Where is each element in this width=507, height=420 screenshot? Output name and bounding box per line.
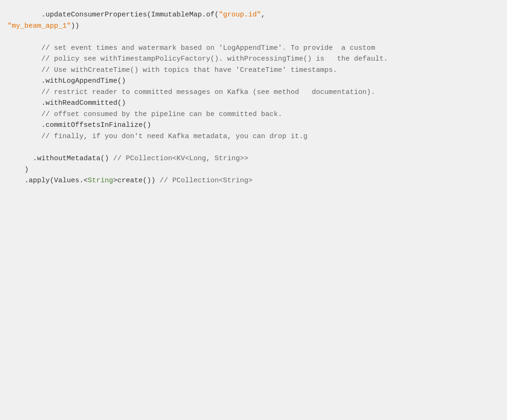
code-line-14: .withoutMetadata() // PCollection<KV<Lon… xyxy=(0,153,507,164)
comment-text-5: // offset consumed by the pipeline can b… xyxy=(8,110,282,118)
code-line-comment-4: // restrict reader to committed messages… xyxy=(0,87,507,98)
code-line-1: .updateConsumerProperties(ImmutableMap.o… xyxy=(0,9,507,21)
method-call: .updateConsumerProperties(ImmutableMap.o… xyxy=(41,11,219,19)
comment-text-4: // restrict reader to committed messages… xyxy=(8,88,375,96)
code-line-comment-6: // finally, if you don't need Kafka meta… xyxy=(0,131,507,142)
code-line-comment-1: // set event times and watermark based o… xyxy=(0,43,507,54)
code-indent-7 xyxy=(8,77,41,85)
code-line-empty-1 xyxy=(0,31,507,43)
code-line-2: "my_beam_app_1")) xyxy=(0,21,507,32)
code-line-comment-2: // policy see withTimestampPolicyFactory… xyxy=(0,54,507,65)
string-literal-group-id: "group.id" xyxy=(219,11,261,19)
comment-pcollection-string: // PCollection<String> xyxy=(160,177,253,185)
code-indent xyxy=(8,11,41,19)
comment-pcollection-kv: // PCollection<KV<Long, String>> xyxy=(113,155,248,163)
code-line-comment-5: // offset consumed by the pipeline can b… xyxy=(0,109,507,120)
method-withlogappendtime: .withLogAppendTime() xyxy=(41,77,126,85)
method-withoutmetadata: .withoutMetadata() xyxy=(33,155,113,163)
method-apply-create: >create()) xyxy=(113,177,160,185)
method-withreadcommitted: .withReadCommitted() xyxy=(41,99,126,107)
code-indent-14 xyxy=(8,155,33,163)
type-string: String xyxy=(88,177,113,185)
code-container: .updateConsumerProperties(ImmutableMap.o… xyxy=(0,0,507,420)
closing-parens: )) xyxy=(71,22,79,30)
code-indent-15 xyxy=(8,166,24,174)
comment-text-3: // Use withCreateTime() with topics that… xyxy=(8,66,337,74)
code-line-11: .commitOffsetsInFinalize() xyxy=(0,120,507,131)
code-line-9: .withReadCommitted() xyxy=(0,98,507,109)
method-apply-values: .apply(Values.< xyxy=(24,177,88,185)
code-line-empty-2 xyxy=(0,142,507,154)
code-line-16: .apply(Values.<String>create()) // PColl… xyxy=(0,175,507,187)
comment-text-6: // finally, if you don't need Kafka meta… xyxy=(8,132,307,140)
comment-text-2: // policy see withTimestampPolicyFactory… xyxy=(8,55,388,63)
comment-text-1: // set event times and watermark based o… xyxy=(8,44,375,52)
closing-paren-15: ) xyxy=(24,166,29,174)
code-indent-9 xyxy=(8,99,41,107)
code-indent-11 xyxy=(8,121,41,129)
code-line-comment-3: // Use withCreateTime() with topics that… xyxy=(0,65,507,76)
code-indent-16 xyxy=(8,177,24,185)
string-literal-beam-app: "my_beam_app_1" xyxy=(8,22,71,30)
code-line-7: .withLogAppendTime() xyxy=(0,76,507,87)
method-commitoffsets: .commitOffsetsInFinalize() xyxy=(41,121,151,129)
comma: , xyxy=(261,11,265,19)
code-line-15: ) xyxy=(0,164,507,176)
